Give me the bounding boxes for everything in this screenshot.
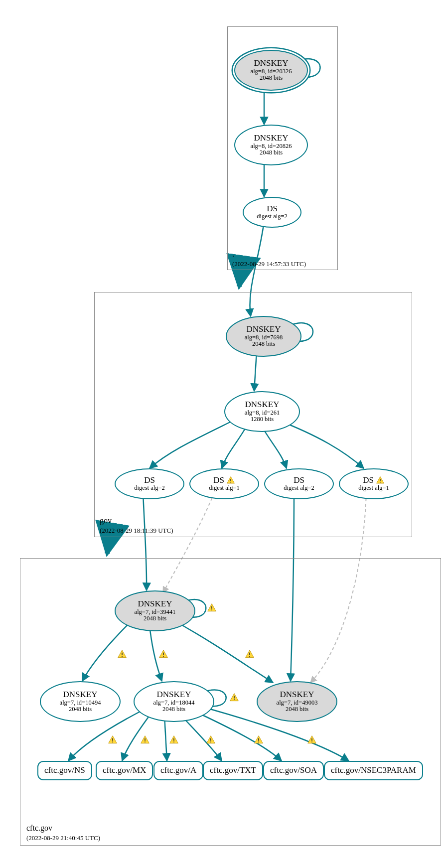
cftc-zsk-alg: alg=7, id=18044 — [153, 700, 195, 707]
zone-root-name: . — [232, 250, 234, 258]
node-cftc-k2: DNSKEY alg=7, id=10494 2048 bits — [40, 681, 121, 722]
gov-ds4-alg: digest alg=1 — [358, 485, 389, 492]
root-ksk-title: DNSKEY — [254, 59, 289, 68]
svg-rect-3 — [380, 482, 381, 483]
warning-icon — [376, 476, 385, 485]
node-cftc-ksk: DNSKEY alg=7, id=39441 2048 bits — [115, 590, 195, 631]
node-gov-ds3: DS digest alg=2 — [264, 468, 334, 499]
node-rr-n3p: cftc.gov/NSEC3PARAM — [324, 761, 423, 780]
zone-cftc-label: cftc.gov (2022-08-29 21:40:45 UTC) — [26, 823, 100, 842]
node-rr-a: cftc.gov/A — [153, 761, 203, 780]
node-rr-ns: cftc.gov/NS — [37, 761, 92, 780]
cftc-ksk-title: DNSKEY — [138, 599, 172, 609]
gov-ds4-title: DS — [363, 476, 374, 485]
cftc-ksk-alg: alg=7, id=39441 — [135, 609, 176, 616]
node-cftc-zsk: DNSKEY alg=7, id=18044 2048 bits — [134, 681, 214, 722]
gov-ds1-alg: digest alg=2 — [134, 485, 165, 492]
root-ksk-bits: 2048 bits — [260, 75, 283, 82]
node-root-zsk: DNSKEY alg=8, id=20826 2048 bits — [234, 125, 308, 165]
root-ds-alg: digest alg=2 — [257, 213, 288, 220]
node-gov-ds1: DS digest alg=2 — [115, 468, 184, 499]
root-zsk-title: DNSKEY — [254, 134, 289, 143]
warning-icon — [226, 476, 235, 485]
zone-gov-label: gov (2022-08-29 18:11:39 UTC) — [100, 516, 173, 535]
rr-a-label: cftc.gov/A — [160, 766, 196, 775]
rr-ns-label: cftc.gov/NS — [44, 766, 85, 775]
zone-cftc-name: cftc.gov — [26, 824, 52, 832]
rr-soa-label: cftc.gov/SOA — [270, 766, 317, 775]
root-zsk-alg: alg=8, id=20826 — [251, 143, 292, 150]
cftc-ksk-bits: 2048 bits — [144, 615, 166, 622]
root-ds-title: DS — [267, 204, 278, 214]
zone-root-ts: (2022-08-29 14:57:33 UTC) — [232, 260, 306, 268]
gov-ds2-alg: digest alg=1 — [209, 485, 240, 492]
node-root-ds: DS digest alg=2 — [243, 197, 301, 228]
gov-zsk-title: DNSKEY — [245, 400, 280, 410]
root-ksk-alg: alg=8, id=20326 — [251, 68, 292, 75]
svg-rect-1 — [230, 482, 231, 483]
cftc-k2-title: DNSKEY — [63, 690, 98, 700]
rr-txt-label: cftc.gov/TXT — [210, 766, 256, 775]
cftc-zsk-title: DNSKEY — [157, 690, 191, 700]
zone-gov-ts: (2022-08-29 18:11:39 UTC) — [100, 527, 173, 534]
gov-ds3-title: DS — [294, 476, 304, 485]
gov-zsk-alg: alg=8, id=261 — [245, 410, 280, 417]
node-gov-ds4: DS digest alg=1 — [339, 468, 409, 499]
cftc-zsk-bits: 2048 bits — [162, 706, 185, 713]
gov-zsk-bits: 1280 bits — [251, 416, 274, 423]
gov-ds3-alg: digest alg=2 — [284, 485, 314, 492]
svg-rect-2 — [380, 479, 381, 481]
svg-rect-0 — [230, 479, 231, 481]
node-gov-ksk: DNSKEY alg=8, id=7698 2048 bits — [226, 316, 301, 357]
rr-mx-label: cftc.gov/MX — [103, 766, 146, 775]
root-zsk-bits: 2048 bits — [260, 149, 283, 156]
node-cftc-k4: DNSKEY alg=7, id=49003 2048 bits — [257, 681, 337, 722]
node-rr-txt: cftc.gov/TXT — [203, 761, 263, 780]
gov-ds1-title: DS — [144, 476, 155, 485]
gov-ksk-title: DNSKEY — [247, 325, 281, 334]
cftc-k2-alg: alg=7, id=10494 — [60, 700, 101, 707]
zone-gov-name: gov — [100, 516, 112, 525]
zone-cftc-ts: (2022-08-29 21:40:45 UTC) — [26, 834, 100, 842]
cftc-k2-bits: 2048 bits — [69, 706, 92, 713]
gov-ksk-bits: 2048 bits — [252, 341, 275, 348]
zone-root-label: . (2022-08-29 14:57:33 UTC) — [232, 249, 306, 268]
node-gov-ds2: DS digest alg=1 — [189, 468, 259, 499]
node-root-ksk: DNSKEY alg=8, id=20326 2048 bits — [234, 50, 308, 91]
node-rr-mx: cftc.gov/MX — [96, 761, 153, 780]
cftc-k4-title: DNSKEY — [280, 690, 314, 700]
node-gov-zsk: DNSKEY alg=8, id=261 1280 bits — [224, 391, 300, 432]
cftc-k4-alg: alg=7, id=49003 — [277, 700, 318, 707]
gov-ds2-title: DS — [213, 476, 224, 485]
node-rr-soa: cftc.gov/SOA — [263, 761, 324, 780]
cftc-k4-bits: 2048 bits — [286, 706, 308, 713]
rr-n3p-label: cftc.gov/NSEC3PARAM — [331, 766, 416, 775]
gov-ksk-alg: alg=8, id=7698 — [245, 334, 283, 341]
